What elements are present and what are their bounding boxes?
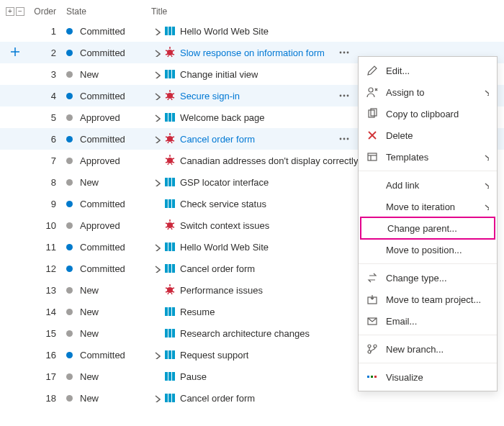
state-cell: New	[66, 328, 151, 339]
bug-icon	[164, 155, 176, 166]
work-item-title[interactable]: Change initial view	[180, 69, 258, 80]
state-dot-icon	[66, 114, 73, 121]
templates-icon	[366, 150, 379, 163]
state-label: New	[80, 328, 99, 339]
menu-item-templates[interactable]: Templates	[359, 146, 497, 168]
state-cell: Committed	[66, 263, 151, 274]
work-item-title[interactable]: Slow response on information form	[180, 47, 325, 58]
state-dot-icon	[66, 28, 73, 35]
work-item-title[interactable]: Cancel order form	[180, 263, 255, 274]
state-dot-icon	[66, 93, 73, 99]
title-cell[interactable]: Cancel order form	[151, 392, 504, 404]
state-cell: Approved	[66, 112, 151, 123]
state-cell: Committed	[66, 47, 151, 58]
work-item-title[interactable]: Request support	[180, 350, 248, 361]
menu-item-assign-to[interactable]: Assign to	[359, 81, 497, 103]
menu-item-move-to-team-project[interactable]: Move to team project...	[359, 289, 497, 310]
state-label: Committed	[80, 26, 125, 37]
expand-chevron-icon[interactable]	[151, 371, 161, 381]
menu-item-move-to-iteration[interactable]: Move to iteration	[359, 196, 497, 217]
work-item-title[interactable]: Research architecture changes	[180, 328, 310, 339]
work-item-title[interactable]: Cancel order form	[180, 393, 255, 404]
order-cell: 11	[32, 242, 66, 253]
bug-icon	[164, 90, 176, 101]
state-cell: Committed	[66, 199, 151, 209]
work-item-title[interactable]: Hello World Web Site	[180, 26, 269, 37]
row-actions-button[interactable]	[337, 132, 351, 145]
expand-chevron-icon[interactable]	[151, 47, 161, 58]
expand-chevron-icon[interactable]	[151, 393, 161, 403]
row-actions-button[interactable]	[337, 89, 351, 102]
work-item-title[interactable]: GSP locator interface	[180, 177, 269, 188]
expand-chevron-icon[interactable]	[151, 26, 161, 36]
expand-chevron-icon[interactable]	[151, 91, 161, 101]
work-item-title[interactable]: Hello World Web Site	[180, 242, 269, 253]
order-cell: 9	[32, 199, 66, 209]
menu-item-label: New branch...	[386, 344, 490, 355]
work-item-title[interactable]: Switch context issues	[180, 220, 269, 231]
menu-item-move-to-position[interactable]: Move to position...	[359, 239, 497, 260]
state-label: New	[80, 307, 99, 317]
expand-all-button[interactable]: +	[6, 7, 14, 16]
add-child-button[interactable]	[9, 45, 22, 58]
menu-item-label: Move to team project...	[386, 294, 490, 305]
col-header-order[interactable]: Order	[32, 6, 66, 17]
col-header-state[interactable]: State	[66, 6, 151, 17]
menu-item-add-link[interactable]: Add link	[359, 174, 497, 196]
expand-chevron-icon[interactable]	[151, 328, 161, 338]
pbi-icon	[164, 349, 176, 361]
pbi-icon	[164, 392, 176, 404]
order-cell: 8	[32, 177, 66, 188]
menu-item-edit[interactable]: Edit...	[359, 60, 497, 81]
state-dot-icon	[66, 287, 73, 294]
expand-chevron-icon[interactable]	[151, 242, 161, 252]
expand-chevron-icon[interactable]	[151, 199, 161, 209]
state-dot-icon	[66, 201, 73, 207]
work-item-title[interactable]: Check service status	[180, 199, 266, 209]
table-row[interactable]: 1CommittedHello World Web Site	[0, 20, 504, 42]
expand-chevron-icon[interactable]	[151, 177, 161, 187]
expand-chevron-icon[interactable]	[151, 285, 161, 295]
state-cell: Committed	[66, 242, 151, 253]
state-dot-icon	[66, 266, 73, 272]
menu-item-visualize[interactable]: Visualize	[359, 366, 497, 388]
col-header-title[interactable]: Title	[151, 6, 504, 17]
order-cell: 7	[32, 155, 66, 166]
menu-item-change-type[interactable]: Change type...	[359, 267, 497, 289]
submenu-chevron-icon	[481, 153, 490, 160]
order-cell: 18	[32, 393, 66, 404]
pbi-icon	[164, 263, 176, 274]
order-cell: 17	[32, 371, 66, 382]
expand-chevron-icon[interactable]	[151, 307, 161, 317]
menu-item-new-branch[interactable]: New branch...	[359, 338, 497, 360]
menu-item-delete[interactable]: Delete	[359, 124, 497, 146]
menu-item-label: Visualize	[386, 372, 490, 383]
work-item-title[interactable]: Secure sign-in	[180, 91, 240, 101]
expand-chevron-icon[interactable]	[151, 155, 161, 166]
state-dot-icon	[66, 309, 73, 315]
title-cell[interactable]: Hello World Web Site	[151, 25, 504, 37]
expand-chevron-icon[interactable]	[151, 69, 161, 79]
work-item-title[interactable]: Resume	[180, 307, 215, 317]
menu-item-email[interactable]: Email...	[359, 310, 497, 332]
work-item-title[interactable]: Pause	[180, 371, 207, 382]
expand-chevron-icon[interactable]	[151, 112, 161, 122]
expand-chevron-icon[interactable]	[151, 220, 161, 230]
menu-item-change-parent[interactable]: Change parent...	[360, 217, 495, 240]
work-item-title[interactable]: Cancel order form	[180, 134, 255, 145]
order-cell: 2	[32, 47, 66, 58]
expand-chevron-icon[interactable]	[151, 350, 161, 360]
pbi-icon	[164, 176, 176, 188]
expand-chevron-icon[interactable]	[151, 134, 161, 144]
work-item-title[interactable]: Welcome back page	[180, 112, 265, 123]
work-item-title[interactable]: Canadian addresses don't display correct…	[180, 155, 358, 166]
row-actions-button[interactable]	[337, 46, 351, 59]
state-dot-icon	[66, 330, 73, 337]
order-cell: 6	[32, 134, 66, 145]
state-dot-icon	[66, 179, 73, 186]
expand-chevron-icon[interactable]	[151, 263, 161, 273]
state-label: New	[80, 69, 99, 80]
menu-item-copy-to-clipboard[interactable]: Copy to clipboard	[359, 103, 497, 124]
collapse-all-button[interactable]: −	[16, 7, 24, 16]
work-item-title[interactable]: Performance issues	[180, 285, 263, 296]
